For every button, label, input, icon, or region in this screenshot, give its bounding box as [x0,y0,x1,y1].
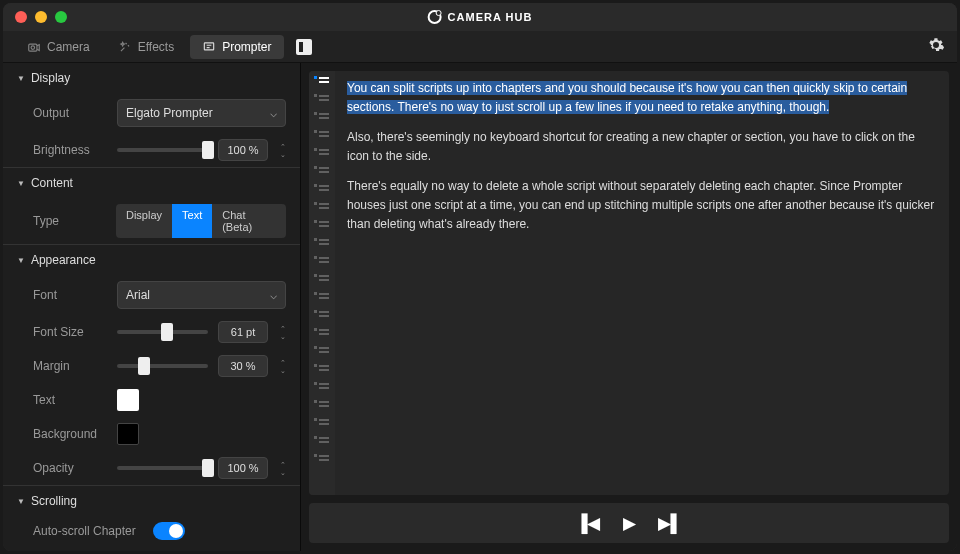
bgcolor-label: Background [33,427,107,441]
fontsize-label: Font Size [33,325,107,339]
chapter-marker[interactable] [314,111,330,123]
chapter-marker[interactable] [314,399,330,411]
gear-icon [927,36,945,54]
type-segmented: Display Text Chat (Beta) [116,204,286,238]
opacity-stepper[interactable]: ⌃⌄ [280,461,286,476]
brightness-stepper[interactable]: ⌃⌄ [280,143,286,158]
tab-prompter[interactable]: Prompter [190,35,283,59]
autoscroll-label: Auto-scroll Chapter [33,524,143,538]
script-content[interactable]: You can split scripts up into chapters a… [335,71,949,495]
script-paragraph: There's equally no way to delete a whole… [347,177,937,233]
opacity-slider[interactable] [117,466,208,470]
chapter-marker[interactable] [314,273,330,285]
chapter-marker[interactable] [314,75,330,87]
chapter-marker[interactable] [314,183,330,195]
textcolor-label: Text [33,393,107,407]
margin-stepper[interactable]: ⌃⌄ [280,359,286,374]
chapter-marker[interactable] [314,327,330,339]
margin-value[interactable]: 30 % [218,355,268,377]
chapter-marker[interactable] [314,363,330,375]
minimize-window[interactable] [35,11,47,23]
chapter-marker[interactable] [314,345,330,357]
script-editor: You can split scripts up into chapters a… [309,71,949,495]
chapter-gutter [309,71,335,495]
type-text[interactable]: Text [172,204,212,238]
fontsize-value[interactable]: 61 pt [218,321,268,343]
brightness-label: Brightness [33,143,107,157]
type-chat[interactable]: Chat (Beta) [212,204,286,238]
camera-icon [27,40,41,54]
titlebar: CAMERA HUB [3,3,957,31]
section-content[interactable]: Content [3,168,300,198]
chapter-marker[interactable] [314,417,330,429]
fontsize-slider[interactable] [117,330,208,334]
type-display[interactable]: Display [116,204,172,238]
tab-camera[interactable]: Camera [15,35,102,59]
chapter-marker[interactable] [314,381,330,393]
section-appearance[interactable]: Appearance [3,245,300,275]
chapter-marker[interactable] [314,309,330,321]
opacity-value[interactable]: 100 % [218,457,268,479]
effects-icon [118,40,132,54]
fontsize-stepper[interactable]: ⌃⌄ [280,325,286,340]
sidebar: Display Output Elgato Prompter Brightnes… [3,63,301,551]
chapter-marker[interactable] [314,255,330,267]
tab-effects[interactable]: Effects [106,35,186,59]
close-window[interactable] [15,11,27,23]
next-chapter-button[interactable]: ▶▌ [658,513,683,534]
chapter-marker[interactable] [314,219,330,231]
brightness-slider[interactable] [117,148,208,152]
chapter-panel-toggle[interactable] [296,39,312,55]
type-label: Type [33,214,106,228]
chapter-marker[interactable] [314,93,330,105]
playback-bar: ▐◀ ▶ ▶▌ [309,503,949,543]
font-label: Font [33,288,107,302]
chapter-marker[interactable] [314,435,330,447]
maximize-window[interactable] [55,11,67,23]
chapter-marker[interactable] [314,237,330,249]
chapter-marker[interactable] [314,165,330,177]
main-panel: You can split scripts up into chapters a… [301,63,957,551]
chapter-marker[interactable] [314,291,330,303]
autoscroll-toggle[interactable] [153,522,185,540]
bgcolor-swatch[interactable] [117,423,139,445]
chapter-marker[interactable] [314,453,330,465]
prompter-icon [202,40,216,54]
toolbar: Camera Effects Prompter [3,31,957,63]
chapter-marker[interactable] [314,147,330,159]
chapter-marker[interactable] [314,129,330,141]
svg-point-1 [31,45,34,49]
settings-button[interactable] [927,36,945,58]
margin-slider[interactable] [117,364,208,368]
brightness-value[interactable]: 100 % [218,139,268,161]
font-select[interactable]: Arial [117,281,286,309]
section-display[interactable]: Display [3,63,300,93]
svg-rect-2 [204,42,213,49]
app-title: CAMERA HUB [428,10,533,24]
script-paragraph: Also, there's seemingly no keyboard shor… [347,128,937,165]
svg-rect-0 [29,44,37,51]
output-label: Output [33,106,107,120]
chapter-marker[interactable] [314,201,330,213]
textcolor-swatch[interactable] [117,389,139,411]
opacity-label: Opacity [33,461,107,475]
elgato-logo-icon [428,10,442,24]
margin-label: Margin [33,359,107,373]
play-button[interactable]: ▶ [623,513,636,534]
section-scrolling[interactable]: Scrolling [3,486,300,516]
selected-text: You can split scripts up into chapters a… [347,81,907,114]
output-select[interactable]: Elgato Prompter [117,99,286,127]
prev-chapter-button[interactable]: ▐◀ [575,513,600,534]
